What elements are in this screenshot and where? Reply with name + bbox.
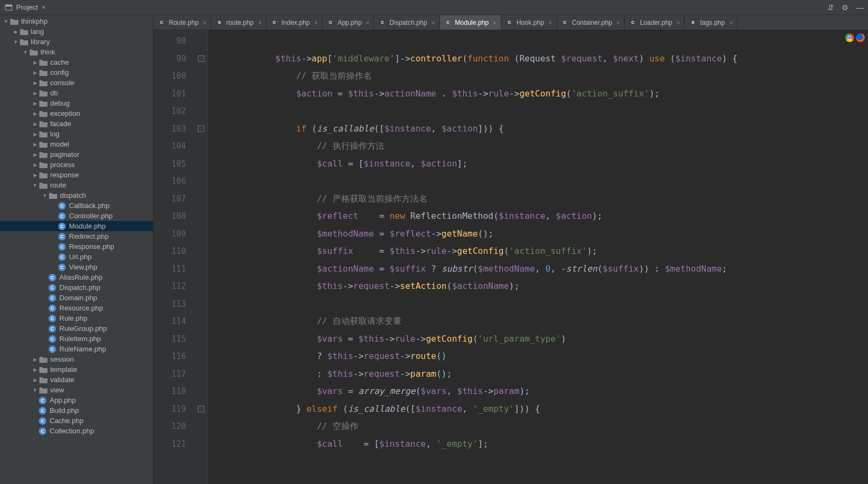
tree-folder[interactable]: process [0, 160, 153, 170]
tree-file[interactable]: CRuleName.php [0, 344, 153, 354]
tree-arrow-icon[interactable] [31, 142, 39, 147]
tree-file[interactable]: CBuild.php [0, 405, 153, 416]
tree-file[interactable]: CRule.php [0, 313, 153, 323]
tree-folder[interactable]: validate [0, 375, 153, 385]
tree-folder[interactable]: thinkphp [0, 16, 153, 26]
chrome-icon[interactable] [845, 33, 854, 42]
close-icon[interactable]: × [366, 19, 369, 26]
tree-file[interactable]: CCallback.php [0, 200, 153, 211]
close-icon[interactable]: × [431, 19, 435, 26]
editor-tab[interactable]: CRoute.php× [154, 15, 211, 30]
tree-arrow-icon[interactable] [31, 172, 39, 178]
tree-arrow-icon[interactable] [31, 377, 39, 383]
tree-file[interactable]: CDispatch.php [0, 282, 153, 293]
editor-tab[interactable]: Stags.php× [685, 15, 737, 30]
tree-folder[interactable]: response [0, 170, 153, 180]
tree-arrow-icon[interactable] [31, 183, 39, 188]
tree-label: Build.php [50, 406, 79, 414]
tree-arrow-icon[interactable] [12, 29, 19, 34]
tree-file[interactable]: CView.php [0, 262, 153, 272]
tree-folder[interactable]: db [0, 88, 153, 98]
tree-arrow-icon[interactable] [31, 91, 39, 96]
tree-file[interactable]: CRuleItem.php [0, 334, 153, 344]
file-type-icon: C [39, 407, 46, 414]
tree-file[interactable]: CController.php [0, 211, 153, 221]
tree-arrow-icon[interactable] [31, 121, 39, 127]
tree-file[interactable]: CAliasRule.php [0, 272, 153, 282]
tree-file[interactable]: CRuleGroup.php [0, 323, 153, 334]
tree-file[interactable]: CResponse.php [0, 241, 153, 252]
tree-folder[interactable]: route [0, 180, 153, 190]
gear-icon[interactable]: ⚙ [842, 3, 849, 12]
tree-arrow-icon[interactable] [31, 367, 39, 372]
autoscroll-icon[interactable]: ⇵ [828, 3, 834, 12]
tree-folder[interactable]: config [0, 67, 153, 78]
tree-folder[interactable]: cache [0, 57, 153, 67]
tree-folder[interactable]: lang [0, 26, 153, 37]
tree-folder[interactable]: console [0, 78, 153, 88]
tree-arrow-icon[interactable] [22, 50, 29, 55]
code-editor[interactable]: 9899100101102103104105106107108109110111… [154, 30, 868, 484]
code-content[interactable]: $this->app['middleware']->controller(fun… [208, 30, 868, 484]
tree-arrow-icon[interactable] [31, 357, 39, 362]
close-icon[interactable]: × [548, 19, 552, 26]
tree-folder[interactable]: facade [0, 119, 153, 129]
tree-file[interactable]: CModule.php [0, 221, 153, 231]
tree-arrow-icon[interactable] [31, 162, 39, 168]
editor-tab[interactable]: CContainer.php× [557, 15, 625, 30]
tree-arrow-icon[interactable] [2, 19, 10, 24]
line-number: 112 [154, 278, 186, 295]
editor-tab[interactable]: CHook.php× [501, 15, 557, 30]
close-icon[interactable]: × [729, 19, 732, 26]
tree-folder[interactable]: paginator [0, 149, 153, 160]
editor-tab[interactable]: CApp.php× [322, 15, 374, 30]
chevron-down-icon[interactable]: ▼ [41, 5, 46, 10]
tree-folder[interactable]: view [0, 385, 153, 395]
tree-arrow-icon[interactable] [31, 70, 39, 75]
tree-arrow-icon[interactable] [31, 132, 39, 137]
tree-file[interactable]: CApp.php [0, 395, 153, 405]
tree-file[interactable]: CDomain.php [0, 293, 153, 303]
tree-arrow-icon[interactable] [31, 388, 39, 393]
tree-arrow-icon[interactable] [31, 80, 39, 86]
hide-icon[interactable]: — [856, 3, 864, 12]
close-icon[interactable]: × [314, 19, 318, 26]
tree-arrow-icon[interactable] [31, 101, 39, 106]
editor-tab[interactable]: CIndex.php× [266, 15, 322, 30]
close-icon[interactable]: × [616, 19, 619, 26]
tree-file[interactable]: CCache.php [0, 416, 153, 426]
tree-folder[interactable]: library [0, 37, 153, 47]
tree-folder[interactable]: session [0, 354, 153, 364]
tree-arrow-icon[interactable] [31, 111, 39, 116]
project-tree[interactable]: thinkphplanglibrarythinkcacheconfigconso… [0, 15, 154, 484]
tree-arrow-icon[interactable] [41, 193, 49, 198]
fold-column[interactable]: −−− [197, 30, 208, 484]
close-icon[interactable]: × [258, 19, 261, 26]
editor-tab[interactable]: CModule.php× [440, 15, 501, 30]
editor-tab[interactable]: CDispatch.php× [374, 15, 439, 30]
close-icon[interactable]: × [493, 19, 497, 26]
editor-tab[interactable]: Sroute.php× [211, 15, 266, 30]
tree-file[interactable]: CCollection.php [0, 426, 153, 436]
fold-toggle-icon[interactable]: − [198, 126, 204, 132]
tree-folder[interactable]: think [0, 47, 153, 57]
close-icon[interactable]: × [203, 19, 206, 26]
tree-folder[interactable]: template [0, 364, 153, 375]
tree-folder[interactable]: model [0, 139, 153, 149]
fold-toggle-icon[interactable]: − [198, 56, 204, 62]
line-number: 98 [154, 32, 186, 50]
editor-tab[interactable]: CLoader.php× [625, 15, 685, 30]
tree-folder[interactable]: debug [0, 98, 153, 108]
tree-arrow-icon[interactable] [12, 39, 19, 45]
tree-file[interactable]: CResource.php [0, 303, 153, 313]
tree-arrow-icon[interactable] [31, 152, 39, 157]
tree-file[interactable]: CRedirect.php [0, 231, 153, 241]
fold-toggle-icon[interactable]: − [198, 406, 204, 412]
close-icon[interactable]: × [677, 19, 680, 26]
firefox-icon[interactable] [856, 33, 865, 42]
tree-folder[interactable]: exception [0, 108, 153, 119]
tree-file[interactable]: CUrl.php [0, 252, 153, 262]
tree-folder[interactable]: log [0, 129, 153, 139]
tree-folder[interactable]: dispatch [0, 190, 153, 200]
tree-arrow-icon[interactable] [31, 60, 39, 65]
